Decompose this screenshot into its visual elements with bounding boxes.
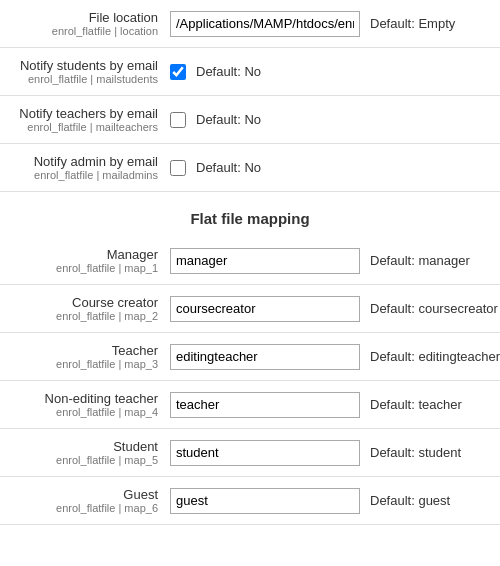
row-notify-admin: Notify admin by email enrol_flatfile | m… <box>0 144 500 192</box>
label-cell-teacher: Teacher enrol_flatfile | map_3 <box>10 343 170 370</box>
default-course-creator: Default: coursecreator <box>370 301 498 316</box>
default-file-location: Default: Empty <box>370 16 455 31</box>
key-manager: enrol_flatfile | map_1 <box>10 262 158 274</box>
label-course-creator: Course creator <box>10 295 158 310</box>
control-student: Default: student <box>170 440 490 466</box>
label-notify-admin: Notify admin by email <box>10 154 158 169</box>
row-teacher: Teacher enrol_flatfile | map_3 Default: … <box>0 333 500 381</box>
control-teacher: Default: editingteacher <box>170 344 500 370</box>
control-non-editing-teacher: Default: teacher <box>170 392 490 418</box>
label-cell-notify-admin: Notify admin by email enrol_flatfile | m… <box>10 154 170 181</box>
row-student: Student enrol_flatfile | map_5 Default: … <box>0 429 500 477</box>
default-notify-students: Default: No <box>196 64 261 79</box>
control-notify-admin: Default: No <box>170 160 490 176</box>
key-non-editing-teacher: enrol_flatfile | map_4 <box>10 406 158 418</box>
label-cell-course-creator: Course creator enrol_flatfile | map_2 <box>10 295 170 322</box>
section-header-flat-file-mapping: Flat file mapping <box>0 192 500 237</box>
row-non-editing-teacher: Non-editing teacher enrol_flatfile | map… <box>0 381 500 429</box>
row-manager: Manager enrol_flatfile | map_1 Default: … <box>0 237 500 285</box>
input-file-location[interactable] <box>170 11 360 37</box>
key-teacher: enrol_flatfile | map_3 <box>10 358 158 370</box>
default-notify-admin: Default: No <box>196 160 261 175</box>
row-notify-students: Notify students by email enrol_flatfile … <box>0 48 500 96</box>
label-teacher: Teacher <box>10 343 158 358</box>
default-notify-teachers: Default: No <box>196 112 261 127</box>
default-manager: Default: manager <box>370 253 470 268</box>
label-cell-notify-teachers: Notify teachers by email enrol_flatfile … <box>10 106 170 133</box>
key-file-location: enrol_flatfile | location <box>10 25 158 37</box>
control-guest: Default: guest <box>170 488 490 514</box>
label-notify-students: Notify students by email <box>10 58 158 73</box>
label-guest: Guest <box>10 487 158 502</box>
label-notify-teachers: Notify teachers by email <box>10 106 158 121</box>
label-cell-student: Student enrol_flatfile | map_5 <box>10 439 170 466</box>
key-course-creator: enrol_flatfile | map_2 <box>10 310 158 322</box>
key-student: enrol_flatfile | map_5 <box>10 454 158 466</box>
row-guest: Guest enrol_flatfile | map_6 Default: gu… <box>0 477 500 525</box>
control-notify-students: Default: No <box>170 64 490 80</box>
key-notify-teachers: enrol_flatfile | mailteachers <box>10 121 158 133</box>
label-student: Student <box>10 439 158 454</box>
key-notify-admin: enrol_flatfile | mailadmins <box>10 169 158 181</box>
checkbox-notify-admin[interactable] <box>170 160 186 176</box>
default-student: Default: student <box>370 445 461 460</box>
section-title: Flat file mapping <box>190 210 309 227</box>
label-non-editing-teacher: Non-editing teacher <box>10 391 158 406</box>
settings-container: File location enrol_flatfile | location … <box>0 0 500 525</box>
default-teacher: Default: editingteacher <box>370 349 500 364</box>
key-guest: enrol_flatfile | map_6 <box>10 502 158 514</box>
control-notify-teachers: Default: No <box>170 112 490 128</box>
input-teacher[interactable] <box>170 344 360 370</box>
label-manager: Manager <box>10 247 158 262</box>
row-course-creator: Course creator enrol_flatfile | map_2 De… <box>0 285 500 333</box>
label-cell-guest: Guest enrol_flatfile | map_6 <box>10 487 170 514</box>
control-course-creator: Default: coursecreator <box>170 296 498 322</box>
input-student[interactable] <box>170 440 360 466</box>
input-course-creator[interactable] <box>170 296 360 322</box>
input-non-editing-teacher[interactable] <box>170 392 360 418</box>
label-cell-manager: Manager enrol_flatfile | map_1 <box>10 247 170 274</box>
row-file-location: File location enrol_flatfile | location … <box>0 0 500 48</box>
control-manager: Default: manager <box>170 248 490 274</box>
checkbox-notify-teachers[interactable] <box>170 112 186 128</box>
control-file-location: Default: Empty <box>170 11 490 37</box>
label-cell-notify-students: Notify students by email enrol_flatfile … <box>10 58 170 85</box>
input-manager[interactable] <box>170 248 360 274</box>
default-guest: Default: guest <box>370 493 450 508</box>
label-cell-non-editing-teacher: Non-editing teacher enrol_flatfile | map… <box>10 391 170 418</box>
label-file-location: File location <box>10 10 158 25</box>
row-notify-teachers: Notify teachers by email enrol_flatfile … <box>0 96 500 144</box>
label-cell-file-location: File location enrol_flatfile | location <box>10 10 170 37</box>
checkbox-notify-students[interactable] <box>170 64 186 80</box>
input-guest[interactable] <box>170 488 360 514</box>
default-non-editing-teacher: Default: teacher <box>370 397 462 412</box>
key-notify-students: enrol_flatfile | mailstudents <box>10 73 158 85</box>
